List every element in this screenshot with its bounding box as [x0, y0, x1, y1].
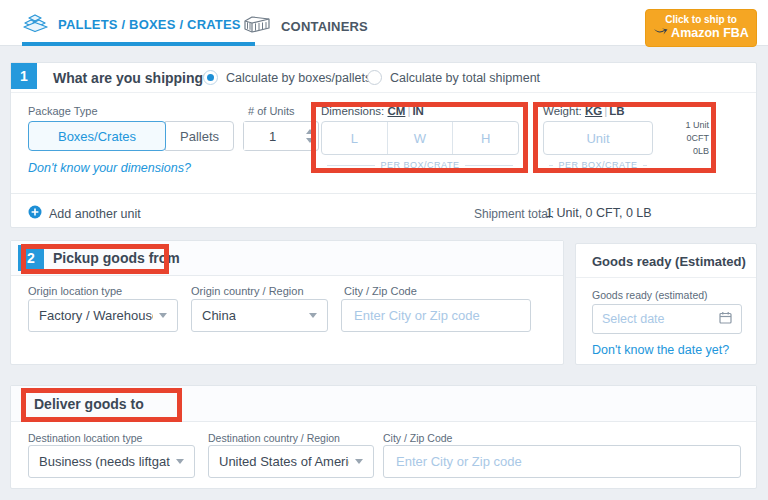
container-icon [242, 14, 272, 38]
shipment-total-value: 1 Unit, 0 CFT, 0 LB [546, 206, 652, 220]
radio-selected-icon [203, 70, 218, 85]
unit-lb-toggle[interactable]: LB [609, 105, 624, 117]
destination-location-type-select[interactable]: Business (needs liftgate) [28, 445, 195, 478]
select-value: Factory / Warehouse [39, 308, 153, 323]
pickup-section-header: 2 Pickup goods from [11, 241, 563, 276]
shipment-total-label: Shipment total: [474, 207, 554, 221]
goods-ready-panel: Goods ready (Estimated) Goods ready (est… [575, 243, 757, 365]
units-input[interactable] [244, 122, 301, 150]
shipping-section-header: 1 What are you shipping? Calculate by bo… [11, 63, 756, 93]
weight-label: Weight: [543, 105, 582, 117]
tab-pallets-boxes-crates[interactable]: PALLETS / BOXES / CRATES [22, 6, 255, 46]
radio-label: Calculate by boxes/pallets [226, 71, 371, 85]
shipping-section: 1 What are you shipping? Calculate by bo… [10, 62, 757, 228]
stepper-down-icon[interactable] [306, 138, 314, 143]
height-input[interactable] [452, 122, 518, 154]
shipping-section-title: What are you shipping? [53, 70, 212, 86]
unit-summary-line: 0CFT [657, 132, 709, 145]
top-tab-bar: PALLETS / BOXES / CRATES CONTAINERS Clic… [0, 0, 768, 46]
select-value: China [202, 308, 236, 323]
pickup-section-title: Pickup goods from [53, 250, 180, 266]
tab-containers[interactable]: CONTAINERS [242, 6, 368, 46]
origin-city-label: City / Zip Code [344, 285, 417, 297]
dont-know-dimensions-link[interactable]: Don't know your dimensions? [28, 161, 191, 175]
unit-kg-toggle[interactable]: KG [585, 105, 602, 117]
length-input[interactable] [322, 122, 387, 154]
tab-label: PALLETS / BOXES / CRATES [58, 17, 241, 32]
pickup-section: 2 Pickup goods from Origin location type… [10, 240, 564, 365]
deliver-section-title: Deliver goods to [34, 396, 144, 412]
origin-country-label: Origin country / Region [191, 285, 304, 297]
package-type-boxes-button[interactable]: Boxes/Crates [28, 121, 166, 151]
tab-label: CONTAINERS [281, 19, 368, 34]
fba-button-line1: Click to ship to [665, 14, 737, 27]
calendar-icon [719, 310, 732, 328]
chevron-down-icon [159, 313, 167, 318]
package-type-pallets-button[interactable]: Pallets [165, 121, 234, 151]
chevron-down-icon [355, 459, 363, 464]
destination-city-input[interactable] [383, 445, 741, 478]
select-value: United States of America [219, 454, 349, 469]
shipping-section-footer: Add another unit Shipment total: 1 Unit,… [11, 193, 756, 227]
chevron-down-icon [309, 313, 317, 318]
unit-cm-toggle[interactable]: CM [387, 105, 405, 117]
deliver-section: Deliver goods to Destination location ty… [10, 385, 757, 489]
width-input[interactable] [387, 122, 453, 154]
radio-calculate-by-boxes[interactable]: Calculate by boxes/pallets [203, 70, 371, 85]
add-unit-label: Add another unit [49, 207, 141, 221]
destination-city-label: City / Zip Code [383, 432, 452, 444]
destination-country-label: Destination country / Region [208, 432, 340, 444]
dimensions-inputs [321, 121, 519, 155]
origin-city-input[interactable] [341, 299, 531, 332]
pallet-icon [22, 12, 49, 37]
goods-ready-date-label: Goods ready (estimated) [592, 289, 708, 301]
origin-country-select[interactable]: China [191, 299, 328, 332]
destination-country-select[interactable]: United States of America [208, 445, 374, 478]
dimensions-label: Dimensions: [321, 105, 384, 117]
units-control [243, 121, 319, 151]
amazon-arrow-icon [653, 26, 668, 42]
chevron-down-icon [176, 459, 184, 464]
dimensions-unit-header: Dimensions: CM|IN [321, 105, 424, 117]
goods-ready-date-input[interactable]: Select date [592, 304, 742, 334]
fba-button-line2: Amazon FBA [671, 26, 749, 42]
unit-in-toggle[interactable]: IN [412, 105, 424, 117]
date-placeholder: Select date [602, 312, 665, 326]
plus-circle-icon [28, 205, 42, 223]
unit-summary: 1 Unit 0CFT 0LB [657, 119, 709, 158]
origin-location-type-label: Origin location type [28, 285, 122, 297]
goods-ready-title: Goods ready (Estimated) [592, 254, 746, 269]
destination-location-type-label: Destination location type [28, 432, 142, 444]
weight-input[interactable] [543, 121, 653, 155]
add-another-unit-link[interactable]: Add another unit [28, 205, 141, 223]
weight-per-box-label: PER BOX/CRATE [543, 160, 653, 170]
package-type-label: Package Type [28, 105, 98, 117]
origin-location-type-select[interactable]: Factory / Warehouse [28, 299, 178, 332]
radio-label: Calculate by total shipment [390, 71, 540, 85]
select-value: Business (needs liftgate) [39, 454, 170, 469]
step-2-badge: 2 [18, 245, 44, 271]
goods-ready-header: Goods ready (Estimated) [576, 244, 756, 278]
radio-unselected-icon [367, 70, 382, 85]
unit-summary-line: 0LB [657, 145, 709, 158]
per-box-text: PER BOX/CRATE [559, 160, 638, 170]
weight-unit-header: Weight: KG|LB [543, 105, 625, 117]
unit-summary-line: 1 Unit [657, 119, 709, 132]
per-box-text: PER BOX/CRATE [381, 160, 460, 170]
step-1-badge: 1 [11, 63, 37, 89]
dont-know-date-link[interactable]: Don't know the date yet? [592, 343, 729, 357]
dimensions-per-box-label: PER BOX/CRATE [321, 160, 519, 170]
units-label: # of Units [248, 105, 294, 117]
ship-to-amazon-fba-button[interactable]: Click to ship to Amazon FBA [645, 9, 757, 47]
deliver-section-header: Deliver goods to [11, 386, 756, 422]
units-stepper[interactable] [301, 122, 318, 150]
stepper-up-icon[interactable] [306, 129, 314, 134]
package-type-toggle: Boxes/Crates Pallets [28, 121, 234, 151]
radio-calculate-by-total[interactable]: Calculate by total shipment [367, 70, 540, 85]
